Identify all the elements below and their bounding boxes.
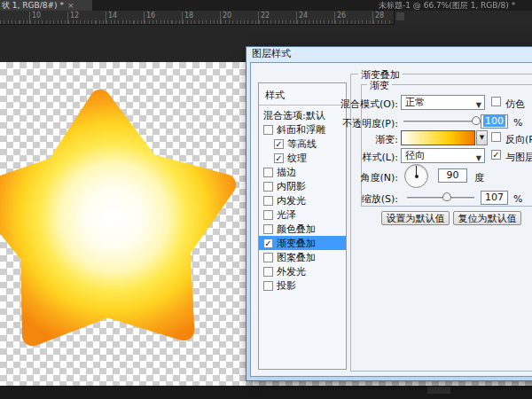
style-item-label: 渐变叠加 [277, 237, 316, 250]
opacity-slider-thumb[interactable] [472, 116, 481, 125]
checkbox[interactable] [263, 281, 273, 291]
opacity-label: 不透明度(P): [325, 117, 398, 130]
opacity-slider-track[interactable] [403, 121, 481, 123]
chevron-down-icon: ▼ [476, 152, 481, 165]
style-list-item[interactable]: 投影 [259, 278, 346, 293]
ruler-number: 12 [70, 12, 79, 20]
ruler-number: 20 [223, 12, 231, 20]
style-item-label: 斜面和浮雕 [277, 123, 325, 137]
blend-mode-value: 正常 [405, 97, 425, 108]
blend-mode-label: 混合模式(O): [325, 98, 398, 111]
ruler-right-segment [394, 11, 532, 25]
chevron-down-icon: ▼ [476, 98, 481, 112]
angle-dial-hub [415, 175, 419, 178]
ruler-number: 18 [184, 12, 193, 20]
style-select[interactable]: 径向 ▼ [401, 148, 485, 163]
layer-style-dialog: 图层样式 样式 混合选项:默认斜面和浮雕✓等高线✓纹理描边内阴影内发光光泽颜色叠… [246, 46, 532, 381]
checkbox[interactable] [263, 196, 273, 206]
ruler-number: 26 [337, 12, 346, 20]
photoshop-window: 状 1, RGB/8#) *× 未标题-1 @ 66.7%(图层 1, RGB/… [0, 0, 532, 399]
style-list-item[interactable]: 图案叠加 [259, 250, 346, 264]
style-label: 样式(L): [325, 151, 398, 164]
angle-unit: 度 [474, 171, 484, 184]
style-list-item[interactable]: 外发光 [259, 264, 346, 278]
checkbox[interactable] [263, 168, 273, 177]
bottom-bar-nub [427, 387, 450, 394]
opacity-unit: % [513, 117, 522, 129]
dither-label: 仿色 [505, 98, 525, 111]
ruler-number: 24 [299, 12, 308, 20]
styles-panel-header: 样式 [265, 89, 285, 102]
ruler-number: 10 [32, 12, 41, 20]
checkbox[interactable] [263, 182, 273, 192]
align-checkbox[interactable]: ✓ [491, 150, 501, 160]
style-item-label: 图案叠加 [277, 251, 316, 264]
dialog-title[interactable]: 图层样式 [246, 47, 532, 61]
tab-close-icon[interactable]: × [67, 1, 74, 10]
style-list-item[interactable]: 光泽 [259, 207, 346, 222]
gradient-picker-arrow-button[interactable]: ▼ [476, 130, 488, 145]
scale-slider-track[interactable] [407, 197, 474, 200]
scale-slider-thumb[interactable] [442, 192, 451, 201]
angle-label: 角度(N): [325, 171, 398, 184]
checkbox[interactable]: ✓ [263, 239, 273, 248]
checkbox[interactable] [263, 210, 273, 220]
scale-value: 107 [485, 192, 504, 203]
ruler-number: 14 [108, 12, 117, 20]
document-tab-bar: 状 1, RGB/8#) *× 未标题-1 @ 66.7%(图层 1, RGB/… [0, 0, 532, 11]
blend-mode-select[interactable]: 正常 ▼ [401, 95, 485, 110]
opacity-input[interactable]: 100 [481, 114, 508, 129]
opacity-value: 100 [483, 115, 505, 127]
ruler-number: 22 [261, 12, 270, 20]
checkbox[interactable] [263, 253, 273, 262]
checkbox[interactable]: ✓ [274, 139, 284, 149]
reverse-checkbox[interactable] [491, 132, 501, 142]
ruler-number: 28 [375, 12, 384, 20]
style-item-label: 投影 [277, 279, 296, 293]
style-item-label: 颜色叠加 [277, 223, 316, 236]
checkbox[interactable]: ✓ [274, 153, 284, 163]
scale-input[interactable]: 107 [481, 191, 508, 205]
style-value: 径向 [405, 150, 425, 161]
style-item-label: 外发光 [277, 265, 306, 278]
angle-input[interactable]: 90 [438, 168, 467, 183]
gradient-label: 渐变: [325, 133, 398, 146]
reset-default-button[interactable]: 复位为默认值 [453, 211, 521, 225]
style-item-label: 纹理 [287, 152, 307, 165]
ruler-number: 16 [146, 12, 155, 20]
checkbox[interactable] [263, 224, 273, 234]
angle-value: 90 [447, 169, 459, 181]
gradient-swatch[interactable] [401, 130, 475, 145]
style-list-item[interactable]: ✓渐变叠加 [259, 236, 346, 250]
checkbox[interactable] [263, 267, 273, 277]
set-default-button[interactable]: 设置为默认值 [381, 211, 450, 225]
subgroup-label: 渐变 [367, 79, 392, 92]
align-label: 与图层对齐 [505, 151, 532, 164]
reverse-label: 反向(R) [505, 133, 532, 146]
style-item-label: 混合选项:默认 [263, 109, 325, 122]
document-tab-background[interactable]: 未标题-1 @ 66.7%(图层 1, RGB/8) * [379, 0, 515, 11]
scale-label: 缩放(S): [325, 192, 398, 206]
bottom-bar [0, 386, 532, 399]
style-item-label: 等高线 [287, 137, 317, 151]
checkbox[interactable] [263, 125, 273, 135]
star-polygon [0, 100, 225, 335]
scale-unit: % [513, 193, 522, 205]
document-tab-active[interactable]: 状 1, RGB/8#) *× [0, 0, 92, 11]
dither-checkbox[interactable] [491, 97, 501, 106]
angle-dial[interactable] [404, 164, 428, 188]
style-item-label: 内发光 [277, 194, 306, 207]
ruler-marker [396, 12, 404, 20]
style-item-label: 内阴影 [277, 180, 306, 193]
dialog-body: 样式 混合选项:默认斜面和浮雕✓等高线✓纹理描边内阴影内发光光泽颜色叠加✓渐变叠… [250, 62, 532, 377]
style-list-item[interactable]: 颜色叠加 [259, 222, 346, 236]
document-tab-label: 状 1, RGB/8#) * [2, 1, 64, 10]
style-item-label: 光泽 [277, 208, 296, 222]
style-item-label: 描边 [277, 166, 296, 179]
